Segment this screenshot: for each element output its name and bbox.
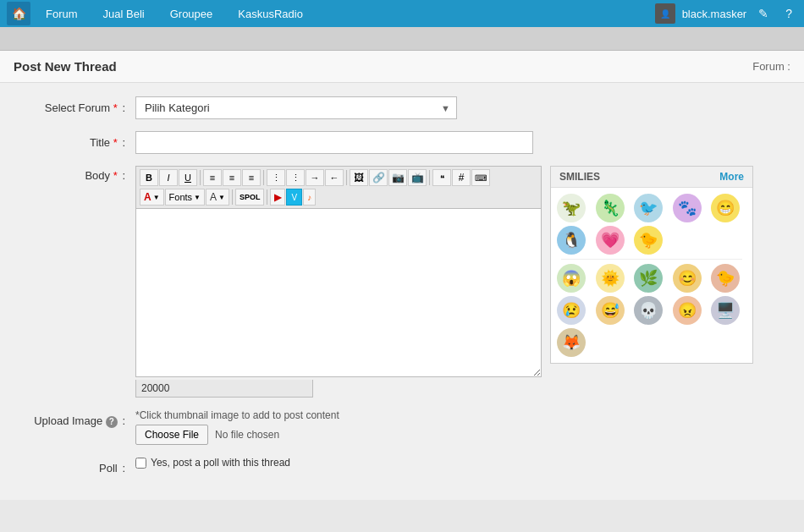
smilies-grid: 🦖 🦎 🐦 🐾 😁 🐧 💗 🐤 😱 🌞 [551, 188, 752, 363]
smiley-15[interactable]: 😅 [595, 295, 625, 326]
insert-link-button[interactable]: 🔗 [369, 169, 388, 186]
smilies-title: SMILIES [559, 171, 600, 183]
title-required-star: * [113, 136, 118, 149]
select-forum-row: Select Forum * : Pilih Kategori ▼ [17, 96, 787, 119]
smiley-16[interactable]: 💀 [633, 295, 664, 326]
insert-image-button[interactable]: 🖼 [350, 169, 368, 186]
title-row: Title * : [17, 131, 787, 154]
body-required-star: * [113, 169, 118, 182]
poll-checkbox[interactable] [135, 458, 146, 469]
align-right-button[interactable]: ≡ [242, 169, 261, 186]
title-control [135, 131, 787, 154]
spoiler-button[interactable]: SPOL [235, 189, 265, 206]
poll-colon: : [122, 462, 125, 474]
poll-checkbox-label: Yes, post a poll with this thread [151, 457, 290, 469]
vimeo-button[interactable]: V [286, 189, 302, 206]
help-icon[interactable]: ? [780, 5, 797, 22]
smiley-17[interactable]: 😠 [672, 295, 702, 326]
divider-2 [263, 170, 264, 185]
required-star: * [113, 101, 118, 114]
smiley-3[interactable]: 🐦 [633, 193, 664, 223]
smiley-13[interactable]: 🐤 [710, 263, 741, 293]
insert-image2-button[interactable]: 📷 [388, 169, 407, 186]
nav-forum[interactable]: Forum [34, 4, 90, 24]
smiley-14[interactable]: 😢 [556, 295, 586, 326]
smiley-10[interactable]: 🌞 [595, 263, 625, 293]
smiley-5[interactable]: 😁 [710, 193, 741, 223]
ordered-list-button[interactable]: ⋮ [286, 169, 305, 186]
unordered-list-button[interactable]: ⋮ [267, 169, 285, 186]
poll-row-inner: Yes, post a poll with this thread [135, 457, 787, 469]
title-label: Title * : [17, 131, 135, 149]
upload-colon: : [122, 414, 125, 427]
smiley-4[interactable]: 🐾 [672, 193, 702, 223]
forum-label: Forum : [752, 60, 790, 73]
upload-help-icon[interactable]: ? [106, 416, 118, 428]
youtube-button[interactable]: ▶ [270, 189, 285, 206]
editor-wrapper: B I U ≡ ≡ ≡ ⋮ ⋮ → ← [135, 166, 542, 398]
body-row-inner: B I U ≡ ≡ ≡ ⋮ ⋮ → ← [135, 166, 787, 398]
nav-jual-beli[interactable]: Jual Beli [91, 4, 157, 24]
quote-button[interactable]: ❝ [432, 169, 451, 186]
title-input[interactable] [135, 131, 533, 154]
body-label: Body * : [17, 166, 135, 182]
forum-select[interactable]: Pilih Kategori [135, 96, 457, 119]
smilies-more-button[interactable]: More [719, 171, 744, 183]
poll-row: Poll : Yes, post a poll with this thread [17, 457, 787, 474]
smiley-9[interactable]: 😱 [556, 263, 586, 293]
divider-4 [429, 170, 430, 185]
top-navigation: 🏠 Forum Jual Beli Groupee KaskusRadio 👤 … [0, 0, 804, 27]
home-icon: 🏠 [12, 7, 26, 20]
smilies-header: SMILIES More [551, 167, 752, 188]
smiley-1[interactable]: 🦖 [556, 193, 586, 223]
nav-kaskusradio[interactable]: KaskusRadio [226, 4, 315, 24]
page-container: Post New Thread Forum : Select Forum * :… [0, 51, 804, 500]
fonts-arrow-icon: ▼ [194, 194, 201, 201]
outdent-button[interactable]: ← [325, 169, 344, 186]
nav-groupee[interactable]: Groupee [158, 4, 225, 24]
smiley-7[interactable]: 💗 [595, 225, 625, 255]
smiley-18[interactable]: 🖥️ [710, 295, 741, 326]
tabs-bar [0, 27, 804, 51]
poll-control: Yes, post a poll with this thread [135, 457, 787, 469]
body-colon: : [122, 169, 125, 182]
fonts-label: Fonts [169, 192, 193, 202]
align-left-button[interactable]: ≡ [203, 169, 222, 186]
smiley-11[interactable]: 🌿 [633, 263, 664, 293]
upload-control: *Click thumbnail image to add to post co… [135, 409, 787, 445]
italic-button[interactable]: I [159, 169, 178, 186]
smiley-19[interactable]: 🦊 [556, 327, 586, 358]
soundcloud-button[interactable]: ♪ [303, 189, 316, 206]
divider-6 [267, 189, 267, 205]
font-color-button[interactable]: A ▼ [140, 189, 164, 206]
divider-5 [232, 189, 233, 205]
body-textarea[interactable] [135, 208, 542, 377]
upload-label: Upload Image ? : [17, 409, 135, 428]
insert-media-button[interactable]: 📺 [408, 169, 427, 186]
smiley-8[interactable]: 🐤 [633, 225, 664, 255]
home-button[interactable]: 🏠 [7, 2, 30, 25]
select-wrapper: Pilih Kategori ▼ [135, 96, 457, 119]
hash-button[interactable]: # [452, 169, 471, 186]
smiley-6[interactable]: 🐧 [556, 225, 586, 255]
divider-1 [200, 170, 201, 185]
smiley-12[interactable]: 😊 [672, 263, 702, 293]
page-title: Post New Thread [14, 59, 117, 74]
edit-profile-icon[interactable]: ✎ [753, 5, 774, 22]
fonts-button[interactable]: Fonts ▼ [165, 189, 205, 206]
font-size-arrow-icon: ▼ [218, 194, 225, 201]
choose-file-button[interactable]: Choose File [135, 425, 208, 445]
title-colon: : [122, 136, 125, 149]
underline-button[interactable]: U [179, 169, 197, 186]
select-forum-colon: : [122, 101, 125, 114]
code-button[interactable]: ⌨ [471, 169, 490, 186]
align-center-button[interactable]: ≡ [223, 169, 241, 186]
upload-controls: Choose File No file chosen [135, 425, 787, 445]
bold-button[interactable]: B [140, 169, 158, 186]
no-file-text: No file chosen [215, 429, 279, 441]
body-control: B I U ≡ ≡ ≡ ⋮ ⋮ → ← [135, 166, 787, 398]
smilies-separator [561, 259, 742, 260]
indent-button[interactable]: → [306, 169, 324, 186]
font-size-button[interactable]: A ▼ [206, 189, 229, 206]
smiley-2[interactable]: 🦎 [595, 193, 625, 223]
